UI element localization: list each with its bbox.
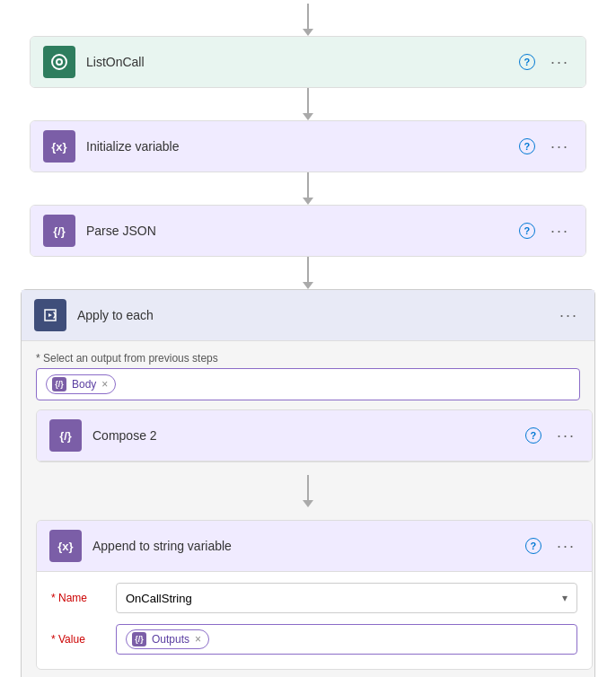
list-on-call-icon xyxy=(43,46,75,78)
question-circle-icon-4: ? xyxy=(525,427,541,444)
connector-2 xyxy=(303,172,313,205)
append-string-var-header: {x} Append to string variable ? ··· xyxy=(37,521,592,572)
body-token-label: Body xyxy=(72,378,96,391)
parse-json-title: Parse JSON xyxy=(86,224,506,238)
name-input[interactable]: OnCallString ▾ xyxy=(116,583,577,613)
initialize-variable-title: Initialize variable xyxy=(86,139,506,154)
append-string-var-more-button[interactable]: ··· xyxy=(553,537,579,556)
compose-2-header: {/} Compose 2 ? ··· xyxy=(37,410,592,462)
apply-to-each-header: Apply to each ··· xyxy=(22,290,594,341)
name-dropdown-arrow: ▾ xyxy=(562,592,568,604)
apply-to-each-actions: ··· xyxy=(556,306,582,325)
question-circle-icon: ? xyxy=(519,54,535,70)
name-field-row: * Name OnCallString ▾ xyxy=(51,583,577,613)
append-string-var-actions: ? ··· xyxy=(523,535,579,557)
apply-to-each-title: Apply to each xyxy=(77,308,545,322)
compose-2-icon: {/} xyxy=(49,419,82,452)
list-on-call-actions: ? ··· xyxy=(516,51,573,73)
body-token-close[interactable]: × xyxy=(101,379,108,390)
initialize-variable-header: {x} Initialize variable ? ··· xyxy=(31,121,585,171)
apply-to-each-card: Apply to each ··· * Select an output fro… xyxy=(21,289,595,677)
question-circle-icon-3: ? xyxy=(519,223,535,239)
initialize-variable-help-button[interactable]: ? xyxy=(516,136,538,157)
compose-2-help-button[interactable]: ? xyxy=(523,425,544,446)
list-on-call-card: ListOnCall ? ··· xyxy=(30,36,586,88)
append-string-var-title: Append to string variable xyxy=(92,539,512,553)
outputs-token: {/} Outputs × xyxy=(126,629,209,649)
value-input[interactable]: {/} Outputs × xyxy=(116,624,577,655)
parse-json-card: {/} Parse JSON ? ··· xyxy=(30,205,586,257)
append-string-var-card: {x} Append to string variable ? ··· xyxy=(36,520,593,670)
apply-to-each-icon xyxy=(34,299,66,331)
parse-json-actions: ? ··· xyxy=(516,220,573,242)
append-string-var-icon: {x} xyxy=(49,530,82,562)
initialize-variable-icon: {x} xyxy=(43,130,75,163)
compose-2-more-button[interactable]: ··· xyxy=(553,426,579,445)
question-circle-icon-5: ? xyxy=(525,538,541,554)
select-output-label: * Select an output from previous steps xyxy=(36,352,580,365)
question-circle-icon-2: ? xyxy=(519,138,535,154)
list-on-call-title: ListOnCall xyxy=(86,55,506,69)
outputs-token-close[interactable]: × xyxy=(195,634,201,645)
compose-2-card: {/} Compose 2 ? ··· xyxy=(36,409,593,462)
initialize-variable-more-button[interactable]: ··· xyxy=(547,137,573,156)
name-label: * Name xyxy=(51,592,105,604)
outputs-token-icon: {/} xyxy=(132,632,146,646)
append-string-var-body: * Name OnCallString ▾ * Value xyxy=(37,572,592,669)
svg-point-0 xyxy=(52,55,66,69)
initialize-variable-actions: ? ··· xyxy=(516,136,573,157)
list-on-call-more-button[interactable]: ··· xyxy=(547,53,573,72)
initialize-variable-card: {x} Initialize variable ? ··· xyxy=(30,120,586,172)
parse-json-more-button[interactable]: ··· xyxy=(547,222,573,241)
list-on-call-header: ListOnCall ? ··· xyxy=(31,37,585,87)
list-on-call-help-button[interactable]: ? xyxy=(516,51,538,73)
connector-3 xyxy=(303,257,313,289)
svg-point-1 xyxy=(57,59,62,65)
select-output-section: * Select an output from previous steps {… xyxy=(36,352,580,400)
apply-to-each-more-button[interactable]: ··· xyxy=(556,306,582,325)
name-value: OnCallString xyxy=(126,592,192,605)
parse-json-help-button[interactable]: ? xyxy=(516,220,538,242)
inner-connector-1 xyxy=(36,475,580,507)
parse-json-header: {/} Parse JSON ? ··· xyxy=(31,206,585,256)
flow-container: ListOnCall ? ··· {x} Initialize variab xyxy=(0,0,616,677)
connector-1 xyxy=(303,88,313,120)
value-field-row: * Value {/} Outputs × xyxy=(51,624,577,655)
compose-2-actions: ? ··· xyxy=(523,425,579,446)
value-label: * Value xyxy=(51,633,105,646)
compose-2-title: Compose 2 xyxy=(92,428,512,443)
top-connector xyxy=(303,0,313,36)
outputs-token-label: Outputs xyxy=(152,633,189,646)
apply-to-each-body: * Select an output from previous steps {… xyxy=(22,341,594,677)
parse-json-icon: {/} xyxy=(43,215,75,247)
append-string-var-help-button[interactable]: ? xyxy=(523,535,544,557)
body-token-icon: {/} xyxy=(52,377,66,391)
body-token: {/} Body × xyxy=(46,374,116,394)
select-output-input[interactable]: {/} Body × xyxy=(36,368,580,400)
